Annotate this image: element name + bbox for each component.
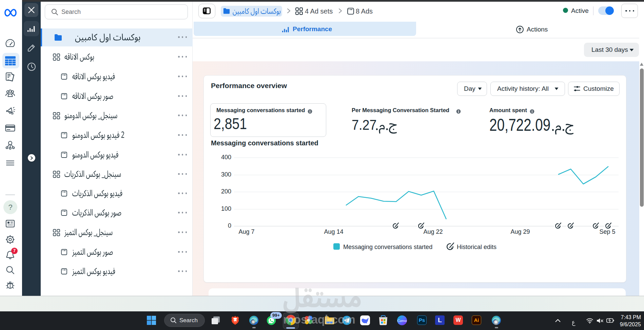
- svg-text:Canva: Canva: [397, 318, 407, 323]
